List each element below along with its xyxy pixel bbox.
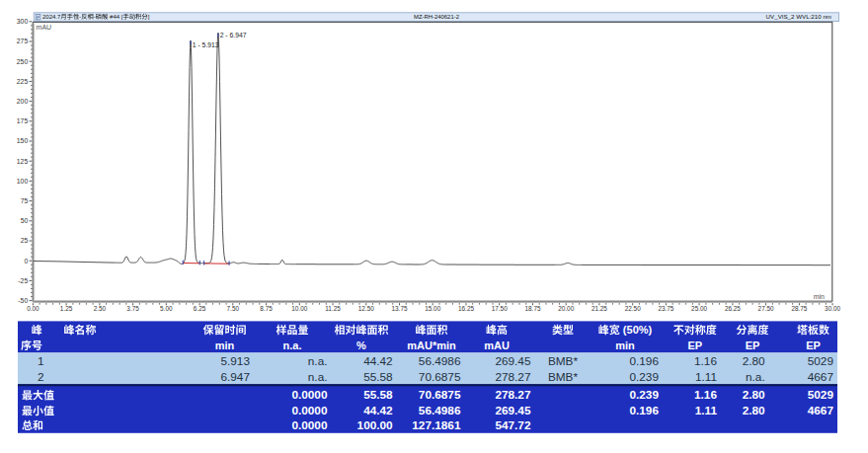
svg-text:6.947: 6.947 bbox=[220, 370, 250, 384]
svg-text:5029: 5029 bbox=[808, 388, 834, 402]
svg-text:2: 2 bbox=[38, 370, 44, 384]
svg-text:1.11: 1.11 bbox=[695, 370, 717, 384]
svg-text:min: min bbox=[814, 293, 825, 300]
svg-text:200: 200 bbox=[17, 98, 29, 105]
svg-text:55.58: 55.58 bbox=[363, 370, 393, 384]
svg-text:18.75: 18.75 bbox=[525, 305, 541, 312]
svg-text:(50%): (50%) bbox=[620, 324, 653, 336]
svg-text:2 - 6.947: 2 - 6.947 bbox=[220, 32, 247, 38]
svg-text:25: 25 bbox=[21, 237, 29, 244]
svg-text:-: - bbox=[94, 14, 96, 20]
svg-text:70.6875: 70.6875 bbox=[419, 388, 461, 402]
svg-text:MZ-RH-240621-2: MZ-RH-240621-2 bbox=[414, 14, 459, 20]
svg-text:UV_VIS_2 WVL:210 nm: UV_VIS_2 WVL:210 nm bbox=[766, 13, 831, 20]
svg-text:EP: EP bbox=[687, 340, 702, 351]
svg-text:2.80: 2.80 bbox=[743, 354, 765, 368]
svg-text:12.50: 12.50 bbox=[358, 305, 374, 312]
svg-text:56.4986: 56.4986 bbox=[419, 354, 461, 368]
svg-text:300: 300 bbox=[17, 18, 29, 25]
svg-text:8.75: 8.75 bbox=[260, 305, 273, 312]
svg-text:BMB*: BMB* bbox=[548, 370, 579, 384]
svg-text:mAU: mAU bbox=[37, 24, 52, 31]
svg-text:EP: EP bbox=[746, 340, 760, 351]
svg-text:150: 150 bbox=[17, 137, 29, 144]
svg-text:n.a.: n.a. bbox=[308, 370, 328, 384]
svg-text:26.25: 26.25 bbox=[725, 305, 741, 312]
svg-text:30.00: 30.00 bbox=[825, 305, 840, 312]
svg-text:mAU*min: mAU*min bbox=[407, 340, 456, 351]
svg-text:0.00: 0.00 bbox=[27, 305, 39, 312]
svg-text:3.75: 3.75 bbox=[126, 305, 139, 312]
svg-text:100: 100 bbox=[17, 178, 29, 185]
svg-text:44.42: 44.42 bbox=[363, 404, 393, 417]
svg-text:2.50: 2.50 bbox=[94, 305, 107, 312]
svg-text:-25: -25 bbox=[18, 277, 28, 284]
svg-text:28.75: 28.75 bbox=[791, 305, 807, 312]
svg-text:56.4986: 56.4986 bbox=[419, 404, 461, 417]
svg-text:547.72: 547.72 bbox=[495, 418, 531, 432]
svg-text:1: 1 bbox=[38, 354, 44, 368]
svg-text:44.42: 44.42 bbox=[363, 354, 393, 368]
svg-text:n.a.: n.a. bbox=[283, 340, 302, 351]
svg-text:EP: EP bbox=[806, 340, 821, 351]
svg-text:269.45: 269.45 bbox=[495, 354, 531, 368]
svg-text:0.239: 0.239 bbox=[629, 370, 659, 384]
svg-text:0.0000: 0.0000 bbox=[291, 388, 328, 402]
svg-text:0.196: 0.196 bbox=[629, 404, 659, 417]
svg-text:50: 50 bbox=[21, 217, 29, 224]
svg-text:16.25: 16.25 bbox=[458, 305, 474, 312]
svg-text:2.80: 2.80 bbox=[743, 404, 765, 417]
svg-text:275: 275 bbox=[17, 38, 29, 44]
svg-text:5.913: 5.913 bbox=[220, 354, 250, 368]
svg-text:mAU: mAU bbox=[484, 340, 510, 351]
svg-text:20.00: 20.00 bbox=[558, 305, 574, 312]
svg-text:-50: -50 bbox=[18, 297, 28, 304]
svg-text:127.1861: 127.1861 bbox=[412, 418, 461, 432]
svg-text:0.239: 0.239 bbox=[629, 388, 659, 402]
svg-text:7.50: 7.50 bbox=[227, 305, 240, 312]
svg-text:75: 75 bbox=[21, 197, 29, 204]
svg-text:269.45: 269.45 bbox=[495, 404, 531, 417]
svg-text:min: min bbox=[215, 340, 235, 351]
svg-text:2.80: 2.80 bbox=[743, 388, 765, 402]
svg-text:225: 225 bbox=[17, 78, 29, 85]
svg-text:15.00: 15.00 bbox=[425, 305, 440, 312]
svg-text:1.16: 1.16 bbox=[694, 388, 717, 402]
svg-text:13.75: 13.75 bbox=[392, 305, 408, 312]
svg-text:125: 125 bbox=[17, 158, 29, 165]
svg-text:1.11: 1.11 bbox=[695, 404, 718, 417]
svg-text:17.50: 17.50 bbox=[492, 305, 508, 312]
svg-text:4667: 4667 bbox=[808, 404, 834, 417]
svg-text:5.00: 5.00 bbox=[160, 305, 173, 312]
svg-text:0.0000: 0.0000 bbox=[291, 418, 328, 432]
svg-text:70.6875: 70.6875 bbox=[419, 370, 461, 384]
svg-text:1.16: 1.16 bbox=[694, 354, 717, 368]
svg-text:4667: 4667 bbox=[808, 370, 833, 384]
svg-text:2024.7: 2024.7 bbox=[42, 14, 61, 20]
svg-text:23.75: 23.75 bbox=[658, 305, 673, 312]
svg-text:278.27: 278.27 bbox=[495, 388, 531, 402]
svg-text:min: min bbox=[615, 340, 635, 351]
svg-text:10.00: 10.00 bbox=[291, 305, 307, 312]
svg-text:1 - 5.913: 1 - 5.913 bbox=[193, 41, 219, 48]
svg-text:%: % bbox=[356, 340, 366, 351]
svg-text:6.25: 6.25 bbox=[194, 305, 206, 312]
svg-text:#44 [: #44 [ bbox=[108, 14, 122, 20]
svg-text:0: 0 bbox=[24, 258, 28, 264]
svg-text:0.196: 0.196 bbox=[629, 354, 659, 368]
svg-text:n.a.: n.a. bbox=[746, 370, 765, 384]
svg-text:100.00: 100.00 bbox=[357, 418, 394, 432]
svg-text:1.25: 1.25 bbox=[60, 305, 73, 312]
svg-text:55.58: 55.58 bbox=[363, 388, 393, 402]
svg-text:278.27: 278.27 bbox=[495, 370, 530, 384]
svg-text:22.50: 22.50 bbox=[625, 305, 641, 312]
svg-text:0.0000: 0.0000 bbox=[291, 404, 328, 417]
svg-text:-: - bbox=[79, 14, 81, 20]
svg-text:25.00: 25.00 bbox=[691, 305, 707, 312]
svg-text:27.50: 27.50 bbox=[758, 305, 774, 312]
svg-text:11.25: 11.25 bbox=[325, 305, 341, 312]
svg-text:5029: 5029 bbox=[808, 354, 833, 368]
svg-text:250: 250 bbox=[17, 58, 29, 65]
svg-text:BMB*: BMB* bbox=[548, 354, 579, 368]
svg-text:n.a.: n.a. bbox=[308, 354, 328, 368]
